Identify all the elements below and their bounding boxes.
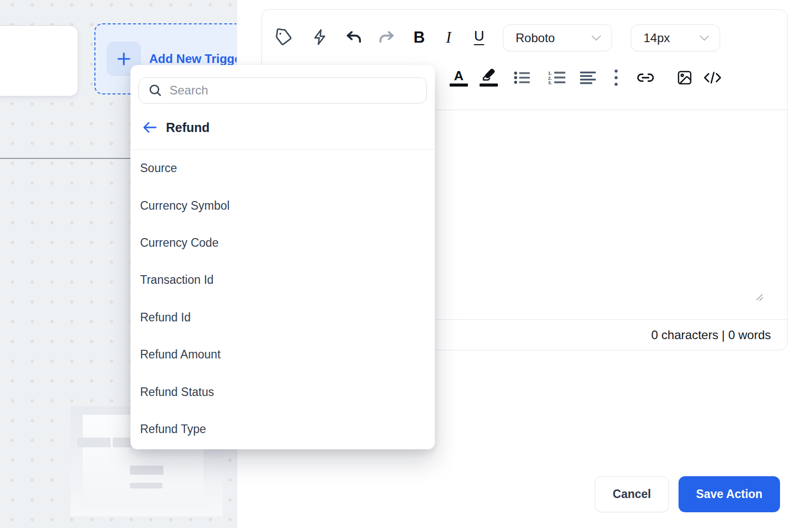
flow-node-card[interactable] [0,25,78,96]
undo-icon[interactable] [346,29,363,45]
chevron-down-icon [591,35,601,41]
italic-button[interactable]: I [446,29,451,45]
svg-text:1.: 1. [548,71,552,76]
merge-field-list: Source Currency Symbol Currency Code Tra… [130,150,435,449]
search-input[interactable] [170,80,426,101]
list-item-refund-id[interactable]: Refund Id [130,299,435,336]
skeleton-bar [130,466,163,475]
highlight-color-bar [480,84,498,87]
bullet-list-icon[interactable] [514,71,531,85]
list-item-transaction-id[interactable]: Transaction Id [130,261,435,299]
code-icon[interactable] [703,71,722,84]
chevron-down-icon [699,35,709,41]
back-button[interactable] [141,118,159,137]
tag-icon[interactable] [275,28,293,46]
image-icon[interactable] [676,70,693,86]
align-icon[interactable] [580,71,596,84]
skeleton-bar [130,483,162,488]
font-family-value: Roboto [516,31,555,45]
text-color-label: A [454,69,464,82]
save-action-button[interactable]: Save Action [679,476,780,512]
skeleton-bar [77,438,111,447]
link-icon[interactable] [636,71,655,84]
cancel-button[interactable]: Cancel [595,476,669,512]
svg-text:3.: 3. [548,80,552,85]
list-item-refund-type[interactable]: Refund Type [130,411,435,448]
redo-icon[interactable] [378,29,395,45]
popup-header: Refund [130,116,435,139]
popup-title: Refund [166,120,210,135]
list-item-refund-amount[interactable]: Refund Amount [130,336,435,373]
font-family-dropdown[interactable]: Roboto [503,24,612,51]
list-item-refund-status[interactable]: Refund Status [130,373,435,410]
font-size-dropdown[interactable]: 14px [631,24,720,51]
highlighter-icon[interactable] [480,69,498,87]
merge-field-popup: Refund Source Currency Symbol Currency C… [130,65,435,449]
font-size-value: 14px [644,31,670,45]
list-item-currency-code[interactable]: Currency Code [130,224,435,261]
resize-handle-icon[interactable] [755,292,764,304]
list-item-source[interactable]: Source [130,150,435,187]
list-item-currency-symbol[interactable]: Currency Symbol [130,187,435,224]
arrow-left-icon [142,121,157,134]
search-icon [148,83,162,97]
search-box[interactable] [139,77,427,104]
text-color-bar [450,84,468,87]
svg-text:2.: 2. [548,76,552,81]
workflow-builder-screen: Add New Trigger [0,0,812,528]
lightning-icon[interactable] [312,28,329,46]
underline-button[interactable]: U [474,29,484,45]
text-color-icon[interactable]: A [450,69,468,87]
bold-button[interactable]: B [414,29,425,45]
numbered-list-icon[interactable]: 1. 2. 3. [548,71,566,85]
more-options-icon[interactable] [615,70,618,86]
